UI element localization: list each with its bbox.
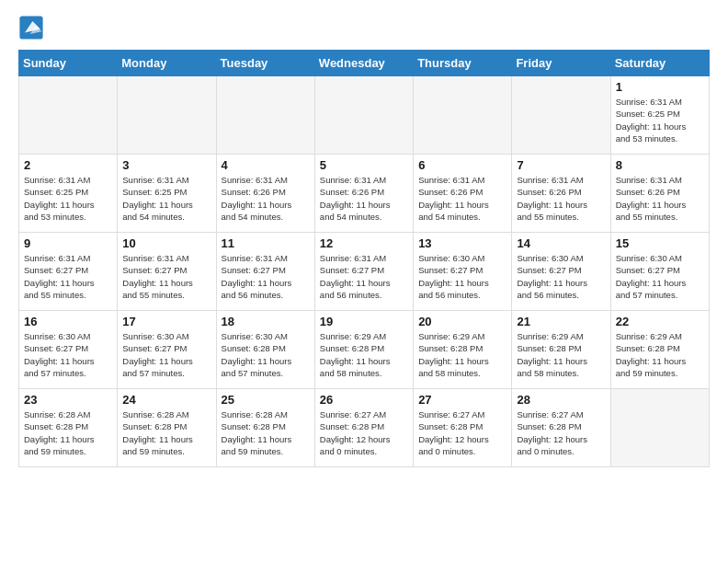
logo	[18, 15, 48, 40]
day-info: Sunrise: 6:30 AM Sunset: 6:27 PM Dayligh…	[616, 252, 704, 301]
day-info: Sunrise: 6:27 AM Sunset: 6:28 PM Dayligh…	[517, 408, 605, 457]
calendar-cell	[19, 76, 118, 155]
day-info: Sunrise: 6:30 AM Sunset: 6:27 PM Dayligh…	[122, 330, 210, 379]
day-number: 10	[122, 236, 210, 250]
day-info: Sunrise: 6:31 AM Sunset: 6:25 PM Dayligh…	[24, 174, 112, 223]
calendar-cell	[610, 389, 709, 467]
calendar-cell: 8Sunrise: 6:31 AM Sunset: 6:26 PM Daylig…	[610, 155, 709, 233]
day-number: 7	[517, 158, 605, 172]
day-number: 16	[24, 315, 112, 328]
day-info: Sunrise: 6:27 AM Sunset: 6:28 PM Dayligh…	[320, 408, 408, 457]
day-number: 27	[418, 393, 506, 407]
calendar-cell: 16Sunrise: 6:30 AM Sunset: 6:27 PM Dayli…	[19, 311, 118, 389]
calendar-cell: 26Sunrise: 6:27 AM Sunset: 6:28 PM Dayli…	[314, 389, 413, 467]
calendar-cell: 14Sunrise: 6:30 AM Sunset: 6:27 PM Dayli…	[512, 233, 610, 311]
day-number: 11	[222, 236, 310, 250]
day-number: 20	[418, 315, 506, 328]
weekday-header: Thursday	[414, 51, 512, 76]
calendar-cell	[216, 76, 314, 155]
day-info: Sunrise: 6:29 AM Sunset: 6:28 PM Dayligh…	[517, 330, 605, 379]
calendar-cell	[314, 76, 413, 155]
weekday-header: Sunday	[19, 51, 118, 76]
calendar-cell	[118, 76, 216, 155]
day-number: 26	[320, 393, 408, 407]
calendar-cell: 18Sunrise: 6:30 AM Sunset: 6:28 PM Dayli…	[216, 311, 314, 389]
day-info: Sunrise: 6:28 AM Sunset: 6:28 PM Dayligh…	[222, 408, 310, 457]
day-number: 21	[517, 315, 605, 328]
day-info: Sunrise: 6:31 AM Sunset: 6:26 PM Dayligh…	[517, 174, 605, 223]
day-number: 17	[122, 315, 210, 328]
day-info: Sunrise: 6:28 AM Sunset: 6:28 PM Dayligh…	[24, 408, 112, 457]
calendar-cell: 4Sunrise: 6:31 AM Sunset: 6:26 PM Daylig…	[216, 155, 314, 233]
calendar-table: SundayMondayTuesdayWednesdayThursdayFrid…	[18, 50, 710, 467]
calendar-week-row: 1Sunrise: 6:31 AM Sunset: 6:25 PM Daylig…	[19, 76, 710, 155]
day-info: Sunrise: 6:29 AM Sunset: 6:28 PM Dayligh…	[320, 330, 408, 379]
day-info: Sunrise: 6:31 AM Sunset: 6:26 PM Dayligh…	[616, 174, 704, 223]
header	[18, 15, 710, 40]
calendar-cell: 20Sunrise: 6:29 AM Sunset: 6:28 PM Dayli…	[414, 311, 512, 389]
calendar-cell: 23Sunrise: 6:28 AM Sunset: 6:28 PM Dayli…	[19, 389, 118, 467]
calendar-cell: 17Sunrise: 6:30 AM Sunset: 6:27 PM Dayli…	[118, 311, 216, 389]
weekday-header: Saturday	[610, 51, 709, 76]
weekday-header: Monday	[118, 51, 216, 76]
day-number: 24	[122, 393, 210, 407]
day-number: 23	[24, 393, 112, 407]
calendar-cell: 10Sunrise: 6:31 AM Sunset: 6:27 PM Dayli…	[118, 233, 216, 311]
calendar-header: SundayMondayTuesdayWednesdayThursdayFrid…	[19, 51, 710, 76]
day-info: Sunrise: 6:29 AM Sunset: 6:28 PM Dayligh…	[418, 330, 506, 379]
calendar-week-row: 9Sunrise: 6:31 AM Sunset: 6:27 PM Daylig…	[19, 233, 710, 311]
day-number: 19	[320, 315, 408, 328]
calendar-cell: 15Sunrise: 6:30 AM Sunset: 6:27 PM Dayli…	[610, 233, 709, 311]
day-number: 12	[320, 236, 408, 250]
calendar-cell: 27Sunrise: 6:27 AM Sunset: 6:28 PM Dayli…	[414, 389, 512, 467]
page: SundayMondayTuesdayWednesdayThursdayFrid…	[0, 0, 728, 482]
calendar-cell: 9Sunrise: 6:31 AM Sunset: 6:27 PM Daylig…	[19, 233, 118, 311]
weekday-header: Wednesday	[314, 51, 413, 76]
calendar-cell: 6Sunrise: 6:31 AM Sunset: 6:26 PM Daylig…	[414, 155, 512, 233]
calendar-cell: 11Sunrise: 6:31 AM Sunset: 6:27 PM Dayli…	[216, 233, 314, 311]
weekday-row: SundayMondayTuesdayWednesdayThursdayFrid…	[19, 51, 710, 76]
day-info: Sunrise: 6:31 AM Sunset: 6:25 PM Dayligh…	[122, 174, 210, 223]
day-info: Sunrise: 6:31 AM Sunset: 6:27 PM Dayligh…	[222, 252, 310, 301]
calendar-cell: 7Sunrise: 6:31 AM Sunset: 6:26 PM Daylig…	[512, 155, 610, 233]
day-number: 13	[418, 236, 506, 250]
day-number: 25	[222, 393, 310, 407]
day-info: Sunrise: 6:31 AM Sunset: 6:26 PM Dayligh…	[320, 174, 408, 223]
day-info: Sunrise: 6:31 AM Sunset: 6:27 PM Dayligh…	[320, 252, 408, 301]
calendar-cell: 24Sunrise: 6:28 AM Sunset: 6:28 PM Dayli…	[118, 389, 216, 467]
day-info: Sunrise: 6:30 AM Sunset: 6:27 PM Dayligh…	[418, 252, 506, 301]
weekday-header: Tuesday	[216, 51, 314, 76]
calendar-body: 1Sunrise: 6:31 AM Sunset: 6:25 PM Daylig…	[19, 76, 710, 467]
day-info: Sunrise: 6:30 AM Sunset: 6:27 PM Dayligh…	[517, 252, 605, 301]
calendar-cell: 13Sunrise: 6:30 AM Sunset: 6:27 PM Dayli…	[414, 233, 512, 311]
day-info: Sunrise: 6:31 AM Sunset: 6:27 PM Dayligh…	[24, 252, 112, 301]
day-number: 9	[24, 236, 112, 250]
calendar-cell: 5Sunrise: 6:31 AM Sunset: 6:26 PM Daylig…	[314, 155, 413, 233]
calendar-cell: 22Sunrise: 6:29 AM Sunset: 6:28 PM Dayli…	[610, 311, 709, 389]
calendar-cell	[414, 76, 512, 155]
day-number: 1	[616, 80, 704, 94]
day-number: 5	[320, 158, 408, 172]
calendar-cell: 3Sunrise: 6:31 AM Sunset: 6:25 PM Daylig…	[118, 155, 216, 233]
calendar-cell: 21Sunrise: 6:29 AM Sunset: 6:28 PM Dayli…	[512, 311, 610, 389]
day-info: Sunrise: 6:31 AM Sunset: 6:26 PM Dayligh…	[222, 174, 310, 223]
day-number: 4	[222, 158, 310, 172]
day-info: Sunrise: 6:27 AM Sunset: 6:28 PM Dayligh…	[418, 408, 506, 457]
day-info: Sunrise: 6:31 AM Sunset: 6:26 PM Dayligh…	[418, 174, 506, 223]
day-number: 14	[517, 236, 605, 250]
day-info: Sunrise: 6:31 AM Sunset: 6:25 PM Dayligh…	[616, 96, 704, 144]
day-info: Sunrise: 6:29 AM Sunset: 6:28 PM Dayligh…	[616, 330, 704, 379]
day-number: 22	[616, 315, 704, 328]
day-number: 6	[418, 158, 506, 172]
calendar-cell: 28Sunrise: 6:27 AM Sunset: 6:28 PM Dayli…	[512, 389, 610, 467]
calendar-cell: 2Sunrise: 6:31 AM Sunset: 6:25 PM Daylig…	[19, 155, 118, 233]
calendar-cell	[512, 76, 610, 155]
day-number: 8	[616, 158, 704, 172]
calendar-week-row: 16Sunrise: 6:30 AM Sunset: 6:27 PM Dayli…	[19, 311, 710, 389]
calendar-cell: 12Sunrise: 6:31 AM Sunset: 6:27 PM Dayli…	[314, 233, 413, 311]
calendar-week-row: 2Sunrise: 6:31 AM Sunset: 6:25 PM Daylig…	[19, 155, 710, 233]
calendar-week-row: 23Sunrise: 6:28 AM Sunset: 6:28 PM Dayli…	[19, 389, 710, 467]
day-number: 2	[24, 158, 112, 172]
day-number: 18	[222, 315, 310, 328]
calendar-cell: 1Sunrise: 6:31 AM Sunset: 6:25 PM Daylig…	[610, 76, 709, 155]
